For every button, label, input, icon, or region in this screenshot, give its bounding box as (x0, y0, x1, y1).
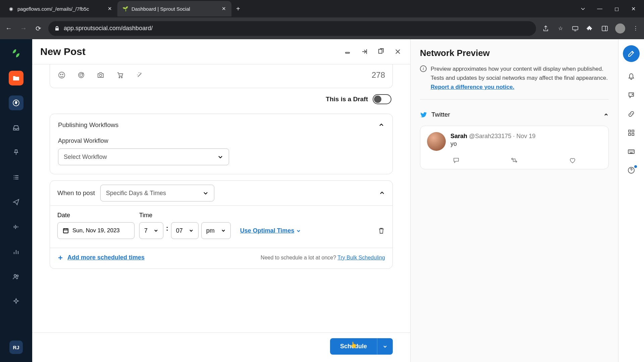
bar-chart-icon[interactable] (9, 244, 23, 259)
svg-point-8 (59, 72, 65, 78)
feedback-icon[interactable] (627, 91, 636, 100)
star-icon[interactable]: ☆ (556, 24, 565, 33)
svg-point-9 (60, 74, 61, 75)
bulk-prompt: Need to schedule a lot at once? Try Bulk… (261, 255, 385, 261)
calendar-icon (62, 227, 69, 234)
composer-panel: New Post 278 This is (32, 39, 411, 362)
add-more-times-link[interactable]: Add more scheduled times (57, 254, 145, 261)
tweet-body: yo (450, 140, 535, 147)
list-icon[interactable] (9, 170, 23, 185)
optimal-times-link[interactable]: Use Optimal Times (240, 227, 301, 234)
compass-icon[interactable] (9, 96, 23, 110)
copy-icon[interactable] (377, 47, 385, 56)
browser-tab[interactable]: ◉ pageflows.com/_/emails/_/7fb5c ✕ (3, 1, 117, 16)
when-to-post-section: When to post Specific Days & Times Date (50, 180, 393, 269)
sidepanel-icon[interactable] (600, 24, 609, 33)
people-icon[interactable] (9, 269, 23, 284)
when-mode-value: Specific Days & Times (106, 190, 166, 197)
svg-point-14 (119, 77, 120, 78)
hour-select[interactable]: 7 (139, 222, 163, 239)
extensions-icon[interactable] (586, 24, 594, 33)
target-icon[interactable] (77, 71, 86, 79)
svg-rect-16 (63, 229, 68, 233)
chevron-up-icon[interactable] (379, 190, 385, 196)
when-header: When to post Specific Days & Times (50, 181, 392, 206)
close-icon[interactable]: ✕ (221, 6, 227, 12)
twitter-preview-header[interactable]: Twitter (420, 108, 609, 122)
help-icon[interactable] (627, 166, 636, 175)
trash-icon[interactable] (378, 227, 385, 234)
draft-toggle-row: This is a Draft (50, 94, 393, 104)
chevron-down-icon (203, 190, 209, 196)
camera-icon[interactable] (96, 71, 105, 79)
when-mode-select[interactable]: Specific Days & Times (100, 185, 214, 201)
profile-avatar[interactable] (615, 23, 625, 34)
close-window-icon[interactable]: ✕ (630, 5, 637, 12)
svg-rect-17 (629, 130, 631, 132)
info-icon: i (420, 65, 427, 72)
chevron-down-icon (217, 154, 223, 160)
twitter-label: Twitter (431, 111, 450, 118)
inbox-icon[interactable] (9, 120, 23, 135)
maximize-icon[interactable]: ◻ (613, 5, 620, 12)
minimize-icon[interactable]: — (596, 5, 603, 12)
tab-favicon-icon: ◉ (8, 6, 14, 12)
tweet-preview-card: Sarah @Sarah233175 · Nov 19 yo (420, 126, 609, 169)
workflows-header[interactable]: Publishing Workflows (50, 114, 392, 136)
date-input[interactable]: Sun, Nov 19, 2023 (57, 222, 135, 239)
svg-point-12 (80, 74, 83, 76)
compose-button[interactable] (623, 45, 640, 62)
minimize-composer-icon[interactable] (343, 47, 352, 56)
emoji-icon[interactable] (57, 71, 66, 79)
grid-icon[interactable] (627, 128, 636, 137)
retweet-icon[interactable] (510, 156, 518, 164)
url-actions: ☆ ⋮ (541, 23, 640, 34)
reply-icon[interactable] (452, 156, 460, 164)
chevron-down-icon[interactable] (580, 5, 586, 12)
send-icon[interactable] (9, 195, 23, 209)
close-icon[interactable]: ✕ (107, 6, 113, 12)
reload-button[interactable]: ⟳ (34, 24, 43, 33)
address-bar[interactable]: app.sproutsocial.com/dashboard/ (48, 21, 536, 36)
minute-value: 07 (176, 227, 183, 234)
ampm-value: pm (206, 227, 215, 234)
folder-icon[interactable] (9, 71, 23, 85)
hour-value: 7 (144, 227, 148, 234)
svg-point-13 (100, 74, 102, 77)
link-icon[interactable] (627, 110, 636, 118)
workflow-select[interactable]: Select Workflow (58, 148, 229, 165)
right-rail (619, 39, 644, 362)
browser-tab-active[interactable]: 🌱 Dashboard | Sprout Social ✕ (117, 1, 231, 16)
keyboard-icon[interactable] (627, 147, 636, 156)
window-controls: — ◻ ✕ (580, 5, 641, 12)
ampm-select[interactable]: pm (201, 222, 231, 239)
sparkle-icon[interactable] (9, 294, 23, 309)
heart-icon[interactable] (569, 156, 577, 164)
bulk-scheduling-link[interactable]: Try Bulk Scheduling (337, 255, 385, 260)
preview-title: Network Preview (420, 48, 609, 58)
add-times-row: Add more scheduled times Need to schedul… (50, 248, 392, 268)
close-icon[interactable] (393, 47, 402, 56)
bell-icon[interactable] (627, 72, 636, 81)
schedule-dropdown-button[interactable] (377, 338, 393, 355)
time-label: Time (139, 212, 231, 219)
cart-icon[interactable] (116, 71, 124, 79)
new-tab-button[interactable]: + (231, 5, 245, 13)
sprout-logo-icon[interactable] (9, 46, 23, 61)
dock-right-icon[interactable] (360, 47, 369, 56)
pin-icon[interactable] (9, 145, 23, 160)
share-icon[interactable] (541, 24, 550, 33)
back-button[interactable]: ← (4, 24, 13, 33)
schedule-button[interactable]: Schedule 👆 (330, 338, 377, 355)
report-difference-link[interactable]: Report a difference you notice. (431, 84, 514, 90)
forward-button[interactable]: → (19, 24, 28, 33)
audio-bars-icon[interactable] (9, 220, 23, 234)
magic-icon[interactable] (135, 71, 144, 79)
date-value: Sun, Nov 19, 2023 (72, 227, 120, 234)
svg-point-4 (14, 275, 16, 277)
user-badge[interactable]: RJ (9, 341, 23, 354)
kebab-menu-icon[interactable]: ⋮ (631, 24, 640, 33)
draft-toggle[interactable] (373, 94, 391, 104)
desktop-icon[interactable] (571, 24, 580, 33)
minute-select[interactable]: 07 (171, 222, 199, 239)
